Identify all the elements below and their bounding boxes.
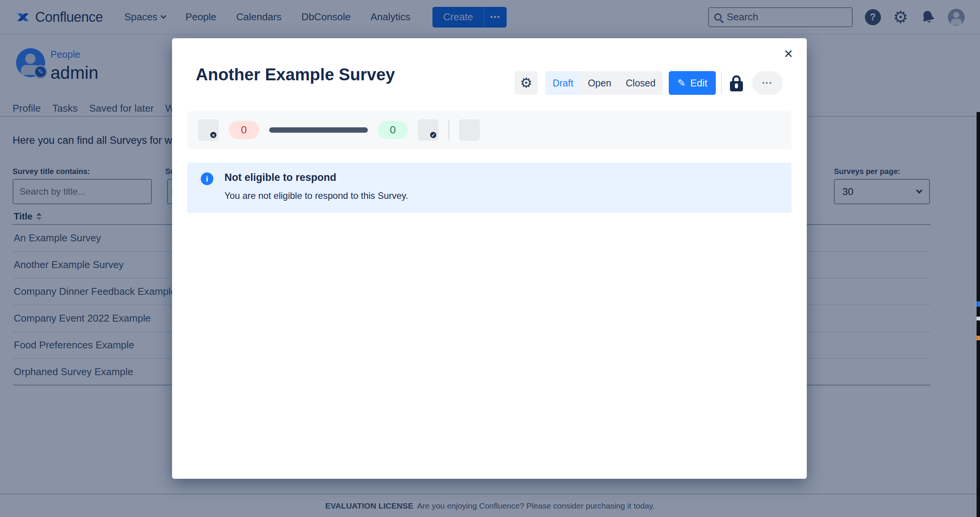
edge-speck <box>977 301 980 307</box>
responded-users-button[interactable]: ✓ <box>418 119 439 141</box>
status-tab-closed[interactable]: Closed <box>619 71 663 95</box>
close-icon[interactable]: × <box>778 44 798 63</box>
pencil-icon: ✎ <box>677 77 686 89</box>
survey-dialog-title: Another Example Survey <box>196 65 395 84</box>
banner-title: Not eligible to respond <box>224 172 336 184</box>
not-eligible-banner: i Not eligible to respond You are not el… <box>187 163 791 213</box>
more-actions-button[interactable]: ••• <box>752 71 783 95</box>
screen-edge-artifact <box>977 112 980 517</box>
survey-dialog: × Another Example Survey ⚙ Draft Open Cl… <box>172 38 807 479</box>
controls-divider <box>721 72 722 94</box>
person-check-icon: ✓ <box>422 123 434 137</box>
status-tab-open[interactable]: Open <box>580 71 618 95</box>
edge-speck <box>977 336 980 340</box>
responded-count-badge: 0 <box>378 121 408 139</box>
strip-divider <box>449 120 449 140</box>
survey-settings-gear-icon[interactable]: ⚙ <box>515 71 538 95</box>
person-x-icon: × <box>202 123 215 137</box>
survey-dialog-controls: ⚙ Draft Open Closed ✎ Edit ••• <box>515 71 783 95</box>
status-tab-draft[interactable]: Draft <box>545 71 580 95</box>
status-segmented-control: Draft Open Closed <box>545 71 663 95</box>
response-progress-bar <box>269 127 368 133</box>
edge-speck <box>977 317 980 320</box>
lock-icon[interactable] <box>728 71 745 95</box>
response-stats-strip: × 0 0 ✓ <box>187 111 791 149</box>
person-icon <box>463 123 476 137</box>
edit-button[interactable]: ✎ Edit <box>669 71 716 95</box>
banner-body: You are not eligible to respond to this … <box>224 190 408 201</box>
participants-button[interactable] <box>459 119 480 141</box>
declined-count-badge: 0 <box>229 121 259 139</box>
declined-users-button[interactable]: × <box>198 119 219 141</box>
info-icon: i <box>201 172 213 185</box>
